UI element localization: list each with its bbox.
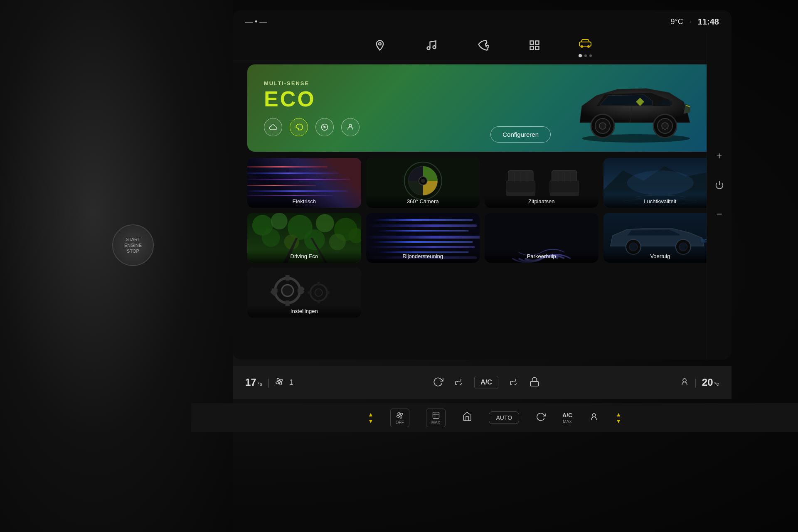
tile-voertuig-label: Voertuig (603, 250, 717, 263)
temp-right-down[interactable]: ▼ (616, 418, 621, 424)
svg-rect-23 (247, 158, 361, 208)
passenger-heat-icon[interactable] (589, 412, 599, 424)
configureren-button[interactable]: Configureren (490, 126, 551, 143)
volume-minus-button[interactable]: − (711, 206, 728, 222)
svg-point-12 (349, 124, 352, 127)
temperature-display: 9°C (671, 17, 683, 26)
engine-start-button[interactable]: START ENGINE STOP (112, 224, 154, 266)
status-bar: — • — 9°C · 11:48 (233, 10, 732, 33)
indicator-center: — • — (245, 17, 267, 26)
nav-phone[interactable] (474, 36, 492, 57)
hero-title: ECO (264, 88, 360, 110)
climate-right: | 20 °c (680, 377, 719, 388)
svg-point-34 (421, 179, 425, 183)
svg-point-103 (683, 379, 686, 382)
tile-voertuig[interactable]: Voertuig (603, 213, 717, 263)
nav-apps[interactable] (525, 36, 544, 57)
svg-rect-71 (373, 241, 473, 243)
svg-point-104 (399, 414, 401, 416)
main-screen: — • — 9°C · 11:48 (233, 10, 732, 360)
svg-point-20 (662, 123, 668, 129)
tile-zitplaatsen[interactable]: Zitplaatsen (485, 158, 598, 208)
tile-parkeerhulp-label: Parkeerhulp (485, 250, 598, 263)
svg-point-59 (316, 214, 334, 232)
hero-mode-person[interactable] (341, 118, 360, 136)
ac-bottom-sublabel: MAX (563, 419, 572, 424)
passenger-icon (680, 377, 690, 388)
tile-elektrisch[interactable]: Elektrisch (247, 158, 361, 208)
defrost-icon[interactable] (529, 377, 540, 389)
tile-luchtkwaliteit[interactable]: Luchtkwaliteit (603, 158, 717, 208)
fan-icon[interactable] (275, 377, 284, 388)
ac-bottom-button[interactable]: A/C MAX (562, 412, 572, 424)
svg-rect-102 (530, 381, 539, 386)
temp-left-up[interactable]: ▲ (368, 411, 374, 418)
tile-parkeerhulp[interactable]: Parkeerhulp (485, 213, 598, 263)
climate-divider-1: | (267, 377, 270, 388)
svg-rect-5 (530, 46, 534, 49)
nav-navigation[interactable] (371, 36, 389, 57)
temp-left-down[interactable]: ▼ (368, 418, 374, 424)
fan-max-button[interactable]: MAX (426, 409, 446, 427)
left-temp-unit: °s (258, 381, 262, 387)
right-temp-unit: °c (714, 381, 719, 387)
seat-heat-right-icon[interactable] (509, 377, 519, 388)
svg-rect-97 (318, 300, 320, 303)
volume-plus-button[interactable]: + (711, 148, 728, 164)
left-panel (0, 0, 233, 532)
ac-button[interactable]: A/C (474, 376, 498, 389)
seat-heat-left-icon[interactable] (454, 377, 464, 388)
svg-rect-86 (286, 275, 290, 281)
svg-point-101 (278, 380, 281, 383)
auto-climate-button[interactable]: AUTO (489, 411, 519, 424)
engine-label-engine: ENGINE (124, 242, 142, 248)
status-separator: · (690, 17, 692, 26)
recirculation-bottom-icon[interactable] (536, 412, 546, 424)
hero-mode-speed[interactable] (315, 118, 334, 136)
tile-driving-label: Driving Eco (247, 250, 361, 263)
svg-point-2 (433, 46, 436, 49)
nav-car-container[interactable] (577, 36, 594, 57)
car-svg (563, 69, 704, 143)
climate-bar: 17 °s | 1 (233, 366, 732, 399)
svg-rect-72 (369, 246, 475, 248)
temp-right-arrows: ▲ ▼ (616, 411, 621, 424)
right-temp-value: 20 (702, 377, 713, 388)
fan-speed-value: 1 (289, 378, 293, 387)
tile-camera[interactable]: 360° Camera (366, 158, 480, 208)
nav-music[interactable] (422, 36, 441, 57)
left-temp-value: 17 (245, 377, 256, 388)
tile-driving[interactable]: Driving Eco (247, 213, 361, 263)
climate-left: 17 °s | 1 (245, 377, 293, 388)
left-temp-display: 17 °s (245, 377, 262, 388)
tile-instellingen-label: Instellingen (247, 305, 361, 318)
distribution-button[interactable] (462, 411, 472, 424)
engine-label-stop: STOP (127, 248, 139, 254)
tile-rijondersteuning[interactable]: Rijondersteuning (366, 213, 480, 263)
hero-mode-leaf[interactable] (290, 118, 308, 136)
svg-point-85 (282, 285, 293, 296)
hero-mode-cloud[interactable] (264, 118, 282, 136)
tile-camera-label: 360° Camera (366, 195, 480, 208)
svg-rect-6 (535, 46, 539, 49)
svg-point-95 (315, 289, 323, 296)
tile-instellingen[interactable]: Instellingen (247, 268, 361, 318)
tile-rijondersteuning-label: Rijondersteuning (366, 250, 480, 263)
svg-rect-38 (506, 181, 535, 193)
recirculation-icon[interactable] (433, 377, 443, 389)
nav-car[interactable] (577, 36, 594, 52)
fan-off-button[interactable]: OFF (390, 409, 409, 427)
svg-point-0 (379, 42, 381, 45)
clock-display: 11:48 (698, 17, 719, 27)
temp-right-up[interactable]: ▲ (616, 411, 621, 418)
svg-rect-27 (247, 185, 316, 186)
status-right: 9°C · 11:48 (671, 17, 719, 27)
tile-luchtkwaliteit-label: Luchtkwaliteit (603, 195, 717, 208)
power-button[interactable] (711, 177, 728, 193)
svg-rect-98 (326, 291, 330, 294)
svg-rect-28 (247, 190, 348, 192)
svg-point-61 (262, 229, 280, 247)
svg-rect-3 (530, 41, 534, 44)
svg-rect-4 (535, 41, 539, 44)
right-sidebar: + − (707, 10, 732, 360)
